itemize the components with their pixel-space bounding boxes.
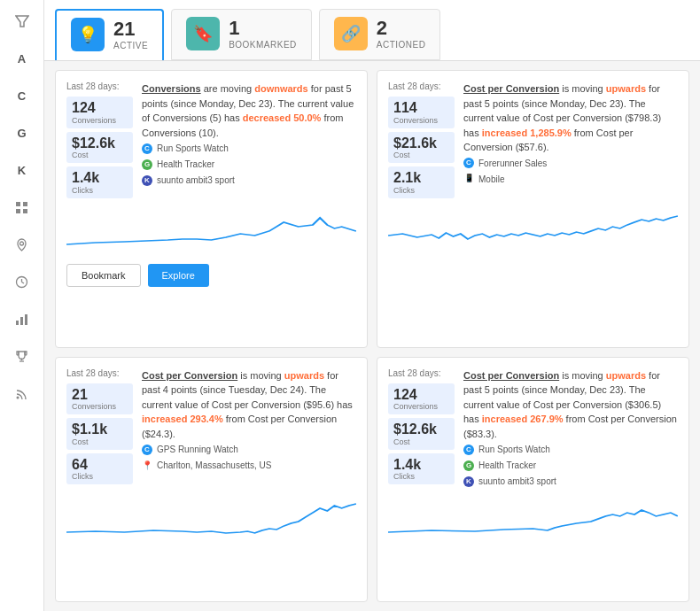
tab-bookmarked[interactable]: 🔖 1 Bookmarked <box>171 9 312 60</box>
card1-change: decreased 50.0% <box>243 112 322 123</box>
explore-button[interactable]: Explore <box>148 264 209 287</box>
card2-clicks-box: 2.1k Clicks <box>388 166 455 198</box>
card3-date: Last 28 days: <box>66 368 133 378</box>
trophy-icon[interactable] <box>10 344 35 368</box>
insight-card-3: Last 28 days: 21 Conversions $1.1k Cost … <box>55 357 368 602</box>
card1-clicks-value: 1.4k <box>72 170 128 186</box>
card1-conversions-value: 124 <box>72 100 128 116</box>
sidebar: A C G K <box>0 0 44 611</box>
sidebar-item-g[interactable]: G <box>10 120 35 145</box>
card4-conversions-box: 124 Conversions <box>388 383 455 415</box>
card2-conversions-value: 114 <box>393 100 449 116</box>
card4-chart <box>388 497 678 541</box>
tag-item: C Run Sports Watch <box>463 443 678 456</box>
card4-tags: C Run Sports Watch G Health Tracker K su… <box>463 443 678 488</box>
clock-icon[interactable] <box>10 269 35 294</box>
tag-item: 📱 Mobile <box>463 173 678 186</box>
svg-point-5 <box>20 242 24 245</box>
actioned-count: 2 <box>377 18 426 39</box>
tag-item: K suunto ambit3 sport <box>463 475 678 488</box>
sidebar-item-c[interactable]: C <box>10 83 35 108</box>
card3-tags: C GPS Running Watch 📍 Charlton, Massachu… <box>142 443 356 472</box>
svg-rect-4 <box>23 209 27 213</box>
svg-marker-0 <box>16 16 28 27</box>
main-content: 💡 21 Active 🔖 1 Bookmarked 🔗 2 Actioned <box>44 0 700 611</box>
actioned-tab-icon: 🔗 <box>334 17 368 50</box>
insight-card-2: Last 28 days: 114 Conversions $21.6k Cos… <box>377 70 689 348</box>
card3-description: Cost per Conversion is moving upwards fo… <box>142 368 356 487</box>
card3-direction: upwards <box>284 370 324 381</box>
svg-rect-10 <box>20 317 23 325</box>
card1-cost-value: $12.6k <box>72 135 128 151</box>
card4-change: increased 267.9% <box>482 414 564 424</box>
svg-rect-9 <box>16 321 19 325</box>
active-label: Active <box>113 41 148 50</box>
card3-conversions-name: Conversions <box>72 402 128 411</box>
card3-metric-link: Cost per Conversion <box>142 370 237 381</box>
card4-direction: upwards <box>606 370 646 381</box>
tab-active[interactable]: 💡 21 Active <box>55 9 164 60</box>
card3-cost-value: $1.1k <box>72 422 128 437</box>
card2-description: Cost per Conversion is moving upwards fo… <box>463 81 678 200</box>
filter-icon[interactable] <box>10 9 35 34</box>
tag-dot-k: K <box>463 476 474 487</box>
card2-tags: C Forerunner Sales 📱 Mobile <box>463 157 678 186</box>
svg-line-8 <box>22 282 25 283</box>
tag-dot-k: K <box>142 175 152 186</box>
tab-actioned[interactable]: 🔗 2 Actioned <box>319 9 441 60</box>
card3-clicks-name: Clicks <box>72 472 128 481</box>
bookmark-button[interactable]: Bookmark <box>66 264 141 287</box>
card3-clicks-box: 64 Clicks <box>66 453 133 485</box>
card1-tags: C Run Sports Watch G Health Tracker K su… <box>142 142 356 187</box>
card2-chart <box>388 209 678 253</box>
sidebar-item-k[interactable]: K <box>10 158 35 182</box>
rss-icon[interactable] <box>10 381 35 406</box>
tag-item: K suunto ambit3 sport <box>142 174 356 187</box>
card2-cost-value: $21.6k <box>393 135 449 151</box>
bookmarked-label: Bookmarked <box>229 40 297 50</box>
card3-conversions-value: 21 <box>72 387 128 403</box>
svg-rect-1 <box>16 202 20 206</box>
card4-cost-name: Cost <box>393 437 449 446</box>
active-count: 21 <box>113 19 148 40</box>
card4-conversions-name: Conversions <box>393 402 449 411</box>
bookmarked-count: 1 <box>229 18 297 39</box>
insight-card-1: Last 28 days: 124 Conversions $12.6k Cos… <box>55 70 368 348</box>
actioned-label: Actioned <box>377 40 426 50</box>
tag-item: C Forerunner Sales <box>463 157 678 170</box>
svg-rect-2 <box>23 202 27 206</box>
card3-cost-name: Cost <box>72 437 128 446</box>
card2-metric-link: Cost per Conversion <box>463 83 559 94</box>
tag-dot-c: C <box>142 143 152 154</box>
tag-item: G Health Tracker <box>142 158 356 171</box>
tag-dot-g: G <box>142 159 152 170</box>
svg-rect-3 <box>16 209 20 213</box>
tag-dot-c: C <box>463 445 474 455</box>
active-tab-icon: 💡 <box>71 18 105 51</box>
card2-cost-name: Cost <box>393 151 449 159</box>
bookmarked-tab-icon: 🔖 <box>186 17 220 50</box>
tag-item: G Health Tracker <box>463 459 678 472</box>
tag-item: 📍 Charlton, Massachusetts, US <box>142 459 356 472</box>
card2-change: increased 1,285.9% <box>482 128 572 138</box>
card4-date: Last 28 days: <box>388 368 455 378</box>
card4-metrics: Last 28 days: 124 Conversions $12.6k Cos… <box>388 368 455 489</box>
card4-cost-box: $12.6k Cost <box>388 418 455 450</box>
sidebar-item-a[interactable]: A <box>10 46 35 71</box>
map-icon[interactable] <box>10 232 35 257</box>
card1-direction: downwards <box>254 83 308 94</box>
card2-conversions-name: Conversions <box>393 116 449 125</box>
card3-metrics: Last 28 days: 21 Conversions $1.1k Cost … <box>66 368 133 487</box>
card1-clicks-box: 1.4k Clicks <box>66 166 133 198</box>
card3-change: increased 293.4% <box>142 414 223 424</box>
card2-date: Last 28 days: <box>388 81 455 91</box>
card1-metrics: Last 28 days: 124 Conversions $12.6k Cos… <box>66 81 133 200</box>
card1-conversions-name: Conversions <box>72 116 128 125</box>
card2-cost-box: $21.6k Cost <box>388 132 455 164</box>
card4-description: Cost per Conversion is moving upwards fo… <box>463 368 678 489</box>
card1-cost-box: $12.6k Cost <box>66 132 133 164</box>
card1-metric-link: Conversions <box>142 83 201 94</box>
card2-conversions-box: 114 Conversions <box>388 97 455 128</box>
chart-icon[interactable] <box>10 306 35 331</box>
grid-icon[interactable] <box>10 195 35 220</box>
